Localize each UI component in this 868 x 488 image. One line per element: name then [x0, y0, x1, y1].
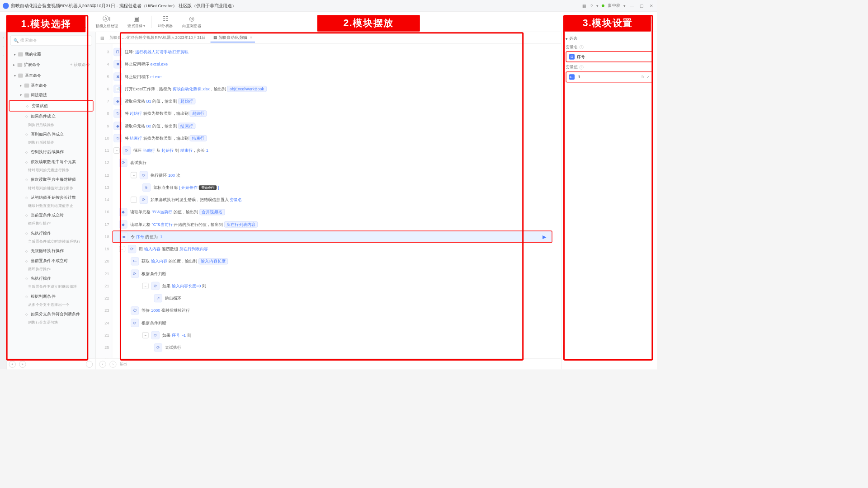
expand-button[interactable]: ⤢ [646, 75, 650, 79]
code-text: 终止应用程序 excel.exe [125, 61, 168, 67]
code-text: 如果 输入内容长度=0 则 [162, 283, 206, 289]
sidebar-item-sub: 继续计数直至到结束值停止 [9, 202, 94, 210]
sidebar-item-cmd[interactable]: 先执行操作 [9, 228, 94, 238]
code-row[interactable]: ✖终止应用程序 et.exe [112, 70, 559, 83]
sidebar-item-cmd[interactable]: 无限循环执行操作 [9, 246, 94, 256]
code-editor[interactable]: 🗒注释: 运行机器人前请手动打开剪映✖终止应用程序 excel.exe✖终止应用… [112, 44, 561, 358]
code-text: 注释: 运行机器人前请手动打开剪映 [125, 49, 189, 55]
find-target-button[interactable]: ▣查找目标▾ [123, 14, 150, 30]
collapse-icon[interactable]: − [131, 172, 137, 178]
close-button[interactable]: ✕ [648, 3, 655, 8]
breadcrumb-home-icon[interactable]: ▤ [100, 35, 105, 40]
user-name[interactable]: 廖中校 [608, 3, 620, 9]
code-row[interactable]: ◆读取单元格 "B"&当前行 的值，输出到 合并视频名 [112, 206, 559, 218]
code-text: 获取 输入内容 的长度，输出到 输入内容长度 [142, 258, 228, 264]
sidebar-item-base-group[interactable]: ▾基本命令 [9, 70, 94, 80]
run-line-button[interactable]: ▶ [542, 234, 546, 239]
sidebar-item-cmd[interactable]: 变量赋值 [9, 100, 94, 112]
code-row[interactable]: ⟳尝试执行 [112, 341, 559, 353]
search-icon: 🔍 [14, 38, 19, 43]
minimize-button[interactable]: — [629, 3, 635, 8]
code-row[interactable]: −⟳如果 序号=-1 则 [112, 329, 559, 341]
sidebar-item-base[interactable]: ▸基本命令 [9, 80, 94, 90]
collapse-icon[interactable]: − [142, 332, 149, 338]
sidebar-item-cmd[interactable]: 当前置条件不成立时 [9, 256, 94, 266]
var-value-field[interactable] [577, 75, 640, 80]
acquire-cmd-button[interactable]: + 获取命令 [70, 62, 90, 68]
collapse-icon[interactable]: − [142, 283, 149, 289]
code-row[interactable]: ◆读取单元格 B2 的值，输出到 结束行 [112, 120, 559, 132]
apps-icon[interactable]: ▦ [582, 3, 587, 8]
code-row[interactable]: ◆读取单元格 "C"&当前行 开始的所在行的值，输出到 所在行列表内容 [112, 218, 559, 230]
code-row[interactable]: −⟳如果 输入内容长度=0 则 [112, 280, 559, 292]
code-row[interactable]: ↻将 结束行 转换为整数类型，输出到 结束行 [112, 132, 559, 144]
sidebar-item-syntax[interactable]: ▾词法语法 [9, 90, 94, 100]
code-row[interactable]: 📄打开Excel工作簿，路径为 剪映自动化剪辑.xlsx，输出到 objExce… [112, 83, 559, 95]
code-row[interactable]: −⟳如果尝试执行时发生错误，把错误信息置入 变量名 [112, 193, 559, 206]
folder-icon [18, 52, 23, 56]
help-icon[interactable]: ? [590, 3, 593, 8]
collapse-icon[interactable]: − [113, 147, 120, 154]
code-text: 如果尝试执行时发生错误，把错误信息置入 变量名 [151, 197, 242, 203]
breadcrumb-item-project[interactable]: 剪映自…化混合裂变视频RPA机器人2023年10月31日 [107, 33, 208, 42]
browser-button[interactable]: ◎内置浏览器 [178, 14, 206, 30]
fx-button[interactable]: fx [642, 75, 644, 79]
sidebar-item-cmd[interactable]: 从初始值开始按步长计数 [9, 192, 94, 202]
code-row[interactable]: −⟳循环 当前行 从 起始行 到 结束行，步长 1 [112, 144, 559, 156]
code-row[interactable]: −⟳用 输入内容 遍历数组 所在行列表内容 [112, 243, 559, 255]
maximize-button[interactable]: ▢ [639, 3, 645, 8]
sidebar-item-ext[interactable]: 扩展命令 [24, 62, 40, 68]
sidebar-item-cmd[interactable]: 否则如果条件成立 [9, 129, 94, 139]
section-title[interactable]: ▾必选 [566, 36, 653, 42]
code-row[interactable]: ⟳根据条件判断 [112, 317, 559, 329]
code-row[interactable]: ⟳根据条件判断 [112, 267, 559, 280]
sidebar-item-cmd[interactable]: 依次读取字典中每对键值 [9, 175, 94, 185]
output-tab[interactable]: 输出 [120, 361, 127, 366]
sidebar-item-favorites[interactable]: ▸我的收藏 [9, 49, 94, 59]
breadcrumb-item-flow[interactable]: ▦ 剪映自动化剪辑 × [211, 33, 255, 42]
sidebar-item-cmd[interactable]: 当前置条件成立时 [9, 211, 94, 221]
var-name-field[interactable] [577, 54, 650, 59]
collapse-icon[interactable]: − [119, 246, 125, 252]
block-icon: ⟳ [140, 171, 148, 179]
code-row[interactable]: ⟳尝试执行 [112, 157, 559, 169]
sidebar-item-sub: 则执行后续操作 [9, 139, 94, 147]
page-more-button[interactable]: ⋯ [86, 361, 93, 367]
collapse-icon[interactable]: − [131, 197, 137, 203]
code-row[interactable]: −⟳执行循环 100 次 [112, 169, 559, 181]
output-back-button[interactable]: ‹ [99, 361, 106, 367]
var-value-input[interactable]: Exp fx⤢ [566, 71, 653, 82]
page-play-button[interactable]: ▸ [19, 361, 26, 367]
code-row[interactable]: ◆读取单元格 B1 的值，输出到 起始行 [112, 95, 559, 107]
folder-icon [18, 63, 23, 67]
output-forward-button[interactable]: › [109, 361, 116, 367]
search-input[interactable]: 🔍 搜索命令 [10, 36, 92, 46]
ai-doc-button[interactable]: ⒶI智能文档处理 [91, 14, 123, 30]
sidebar-item-cmd[interactable]: 如果条件成立 [9, 112, 94, 122]
code-text: 用 输入内容 遍历数组 所在行列表内容 [139, 246, 208, 252]
callout-3: 3.模块设置 [565, 15, 651, 31]
code-row[interactable]: ↻将 起始行 转换为整数类型，输出到 起始行 [112, 108, 559, 120]
code-row[interactable]: 🖱鼠标点击目标 [ 开始创作 开始创作 ] [112, 181, 559, 193]
var-name-input[interactable]: ⊡ [566, 52, 653, 62]
block-icon: ⟳ [151, 331, 160, 339]
code-row[interactable]: ✖终止应用程序 excel.exe [112, 58, 559, 70]
code-text: 打开Excel工作簿，路径为 剪映自动化剪辑.xlsx，输出到 objExcel… [125, 86, 267, 92]
ui-analyzer-button[interactable]: ☷UI分析器 [153, 14, 178, 30]
callout-1: 1.模块选择 [7, 16, 85, 32]
page-prev-button[interactable]: ◂ [9, 361, 16, 367]
code-row[interactable]: ↗跳出循环 [112, 292, 559, 304]
sidebar-item-cmd[interactable]: 如果分支条件符合判断条件 [9, 309, 94, 319]
sidebar-item-cmd[interactable]: 先执行操作 [9, 274, 94, 284]
sidebar-item-cmd[interactable]: 否则执行后续操作 [9, 147, 94, 157]
exp-badge-icon: Exp [569, 74, 575, 80]
code-row[interactable]: ≔令 序号 的值为 -1▶ [112, 230, 552, 243]
rail-collapse-icon[interactable]: ‹ [3, 36, 4, 39]
code-row[interactable]: 🗒注释: 运行机器人前请手动打开剪映 [112, 46, 559, 58]
properties-panel: ▾必选 变量名? ⊡ 变量值? Exp fx⤢ [561, 32, 657, 369]
code-row[interactable]: ≔获取 输入内容 的长度，输出到 输入内容长度 [112, 255, 559, 267]
sidebar-item-cmd[interactable]: 依次读取数组中每个元素 [9, 157, 94, 167]
code-text: 跳出循环 [165, 296, 181, 301]
code-row[interactable]: ⏱等待 1000 毫秒后继续运行 [112, 305, 559, 317]
sidebar-item-cmd[interactable]: 根据判断条件 [9, 291, 94, 301]
